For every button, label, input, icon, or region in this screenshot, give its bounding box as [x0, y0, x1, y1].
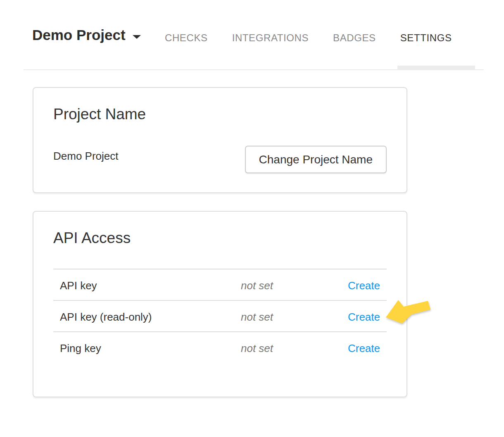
table-row-api-key-read-only: API key (read-only) not set Create: [53, 300, 387, 331]
current-project-name: Demo Project: [53, 149, 119, 163]
tab-integrations[interactable]: INTEGRATIONS: [232, 32, 309, 44]
project-switcher-label: Demo Project: [32, 26, 126, 44]
create-api-key-link[interactable]: Create: [348, 279, 380, 292]
ping-key-action-cell: Create: [340, 341, 387, 363]
tab-checks[interactable]: CHECKS: [165, 32, 208, 44]
ping-key-label: Ping key: [53, 341, 234, 363]
api-key-read-only-label: API key (read-only): [53, 310, 234, 331]
header-divider: [24, 69, 484, 70]
project-name-row: Demo Project Change Project Name: [53, 146, 387, 173]
api-key-value: not set: [234, 279, 340, 300]
tab-badges[interactable]: BADGES: [333, 32, 376, 44]
project-name-card: Project Name Demo Project Change Project…: [33, 87, 407, 193]
change-project-name-button[interactable]: Change Project Name: [245, 146, 387, 173]
table-row-ping-key: Ping key not set Create: [53, 331, 387, 363]
create-api-key-read-only-link[interactable]: Create: [348, 311, 380, 323]
create-ping-key-link[interactable]: Create: [348, 342, 380, 354]
api-key-read-only-value: not set: [234, 310, 340, 331]
api-access-card: API Access API key not set Create API ke…: [33, 211, 407, 397]
project-switcher[interactable]: Demo Project: [32, 26, 141, 44]
api-access-card-title: API Access: [53, 229, 387, 247]
caret-down-icon: [133, 35, 141, 39]
nav-tabs: CHECKS INTEGRATIONS BADGES SETTINGS: [165, 32, 452, 44]
ping-key-value: not set: [234, 341, 340, 363]
tab-settings[interactable]: SETTINGS: [400, 32, 452, 44]
table-row-api-key: API key not set Create: [53, 269, 387, 300]
project-name-card-title: Project Name: [53, 105, 387, 123]
api-key-action-cell: Create: [340, 279, 387, 300]
api-keys-table: API key not set Create API key (read-onl…: [53, 269, 387, 363]
api-key-read-only-action-cell: Create: [340, 310, 387, 331]
api-key-label: API key: [53, 279, 234, 300]
